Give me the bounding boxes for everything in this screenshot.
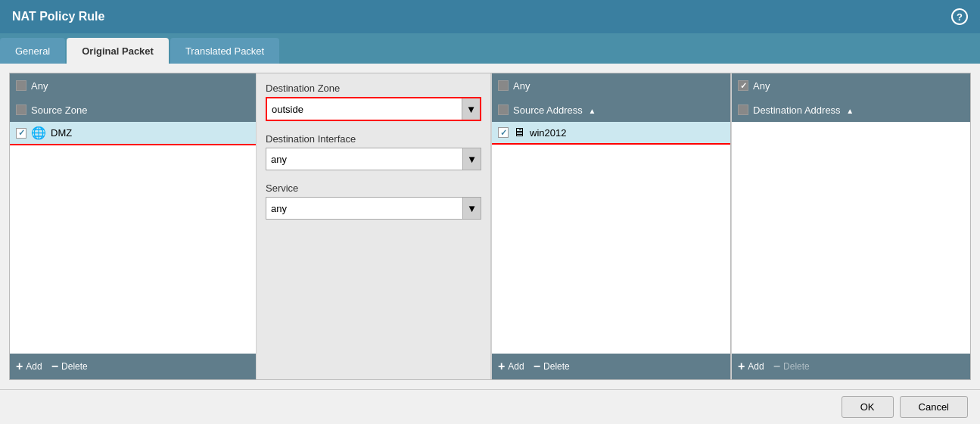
source-address-header-label: Source Address ▲ [513,104,596,116]
source-address-delete-button[interactable]: − Delete [534,360,570,373]
destination-address-any-checkbox[interactable] [738,80,748,91]
destination-zone-input[interactable] [267,98,462,120]
destination-address-delete-button[interactable]: − Delete [773,360,810,373]
service-input[interactable] [266,198,462,219]
panels-container: Any Source Zone 🌐 DMZ [9,73,971,380]
source-zone-footer: + Add − Delete [10,354,256,379]
dialog-footer: OK Cancel [0,389,980,424]
tab-general[interactable]: General [0,38,65,64]
source-address-header: Source Address ▲ [492,98,730,122]
source-address-any-label: Any [513,80,530,92]
service-label: Service [266,182,481,194]
destination-zone-dropdown-btn[interactable]: ▼ [462,98,480,120]
destination-interface-group: Destination Interface ▼ [266,133,481,170]
service-dropdown-btn[interactable]: ▼ [462,198,481,219]
source-address-panel: Any Source Address ▲ 🖥 win2012 [492,73,731,379]
source-zone-any-label: Any [31,80,48,92]
source-zone-header-checkbox[interactable] [16,104,26,115]
destination-zone-label: Destination Zone [266,83,481,94]
destination-address-add-button[interactable]: + Add [738,360,764,373]
destination-address-header-checkbox[interactable] [738,104,748,115]
sort-arrow-icon-2: ▲ [846,107,854,115]
destination-address-header: Destination Address ▲ [732,98,970,122]
delete-icon: − [51,360,58,373]
source-zone-body: 🌐 DMZ [10,122,256,354]
source-zone-add-button[interactable]: + Add [16,360,42,373]
destination-address-any-label: Any [753,80,770,92]
source-address-win2012-checkbox[interactable] [498,127,509,138]
source-zone-dmz-checkbox[interactable] [16,128,26,139]
ok-button[interactable]: OK [842,396,894,418]
middle-content: Destination Zone ▼ Destination Interface [257,73,490,379]
source-zone-dmz-row[interactable]: 🌐 DMZ [10,122,256,144]
computer-icon: 🖥 [513,126,525,139]
source-zone-any-checkbox[interactable] [16,80,26,91]
destination-interface-label: Destination Interface [266,133,481,145]
source-zone-header: Source Zone [10,98,256,122]
source-address-win2012-label: win2012 [530,127,566,139]
destination-interface-dropdown-wrapper: ▼ [266,148,481,170]
dialog-title: NAT Policy Rule [12,10,104,23]
cancel-button[interactable]: Cancel [900,396,968,418]
add-icon: + [16,360,23,373]
destination-address-any-row: Any [732,73,970,98]
source-address-add-button[interactable]: + Add [498,360,524,373]
help-icon[interactable]: ? [951,8,968,25]
dialog: NAT Policy Rule ? General Original Packe… [0,0,980,424]
service-dropdown-wrapper: ▼ [266,197,481,220]
source-zone-dmz-label: DMZ [51,127,72,139]
chevron-down-icon-3: ▼ [467,203,477,214]
destination-zone-group: Destination Zone ▼ [266,83,481,121]
destination-address-panel: Any Destination Address ▲ + [732,73,970,379]
source-address-body: 🖥 win2012 [492,122,730,354]
sort-arrow-icon: ▲ [588,107,596,115]
destination-interface-input[interactable] [266,148,462,170]
source-address-win2012-row[interactable]: 🖥 win2012 [492,122,730,143]
source-zone-delete-button[interactable]: − Delete [51,360,88,373]
delete-icon-3: − [773,360,780,373]
source-address-any-row: Any [492,73,730,98]
source-zone-panel: Any Source Zone 🌐 DMZ [10,73,256,379]
tab-original-packet[interactable]: Original Packet [67,38,169,64]
network-icon: 🌐 [31,126,46,140]
source-zone-header-label: Source Zone [31,104,87,116]
title-bar: NAT Policy Rule ? [0,0,980,33]
tab-translated-packet[interactable]: Translated Packet [170,38,279,64]
destination-address-footer: + Add − Delete [732,354,970,379]
destination-zone-dropdown-wrapper: ▼ [266,97,481,121]
main-content: Any Source Zone 🌐 DMZ [0,64,980,389]
add-icon-2: + [498,360,505,373]
delete-icon-2: − [534,360,540,373]
chevron-down-icon: ▼ [466,104,476,115]
chevron-down-icon-2: ▼ [467,154,477,165]
add-icon-3: + [738,360,745,373]
destination-address-body [732,122,970,354]
destination-address-header-label: Destination Address ▲ [753,104,854,116]
middle-panel: Destination Zone ▼ Destination Interface [257,73,491,379]
source-address-any-checkbox[interactable] [498,80,509,91]
source-address-footer: + Add − Delete [492,354,730,379]
tabs-container: General Original Packet Translated Packe… [0,33,980,64]
source-zone-any-row: Any [10,73,256,98]
service-group: Service ▼ [266,182,481,220]
source-address-header-checkbox[interactable] [498,104,509,115]
destination-interface-dropdown-btn[interactable]: ▼ [462,148,481,170]
